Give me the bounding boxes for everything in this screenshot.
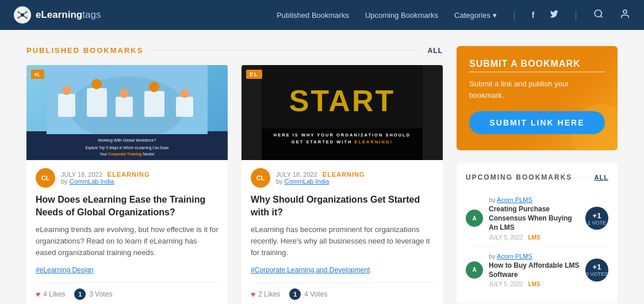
card-1-body: CL JULY 18, 2022 ELEARNING by CommLab In… xyxy=(26,160,228,304)
published-section-header: PUBLISHED BOOKMARKS ALL xyxy=(26,46,443,55)
logo-icon xyxy=(14,6,31,24)
heart-icon-2: ♥ xyxy=(251,290,255,299)
vote-plus-1: +1 xyxy=(593,211,601,220)
svg-point-23 xyxy=(180,89,189,98)
published-all-link[interactable]: ALL xyxy=(428,47,443,55)
card-2-likes-count: 2 Likes xyxy=(258,290,280,298)
upcoming-bookmarks-box: UPCOMING BOOKMARKS ALL A by Acorn PLMS C… xyxy=(457,163,618,303)
card-2-meta-info: JULY 18, 2022 ELEARNING by CommLab India xyxy=(276,171,365,185)
nav-upcoming-bookmarks[interactable]: Upcoming Bookmarks xyxy=(365,11,438,20)
left-panel: PUBLISHED BOOKMARKS ALL xyxy=(26,46,443,304)
card-1: Working With Global Workforce? Explore T… xyxy=(26,65,228,304)
card-2-author[interactable]: CommLab India xyxy=(285,178,329,185)
svg-rect-14 xyxy=(58,94,75,117)
upcoming-all-link[interactable]: ALL xyxy=(595,174,608,181)
card-2-title: Why Should Organizations Get Started wit… xyxy=(251,193,434,218)
card-1-meta: CL JULY 18, 2022 ELEARNING by CommLab In… xyxy=(36,168,218,188)
upcoming-item-title-2: How to Buy Affordable LMS Software xyxy=(489,261,580,279)
upcoming-meta-2: JULY 5, 2022 LMS xyxy=(489,281,580,287)
upcoming-vote-2[interactable]: +1 0 VOTES xyxy=(585,259,608,282)
card-1-date: JULY 18, 2022 xyxy=(61,171,102,178)
section-divider xyxy=(152,50,418,51)
svg-text:Here is Why Your Organization : Here is Why Your Organization Should xyxy=(274,132,411,138)
card-2-body: CL JULY 18, 2022 ELEARNING by CommLab In… xyxy=(241,160,443,304)
upcoming-divider xyxy=(579,177,588,178)
upcoming-item-2: A by Acorn PLMS How to Buy Affordable LM… xyxy=(466,247,608,293)
right-panel: SUBMIT A BOOKMARK Submit a link and publ… xyxy=(457,46,618,304)
submit-divider xyxy=(469,71,605,73)
upcoming-author-2: by Acorn PLMS xyxy=(489,253,580,260)
card-1-vote-badge[interactable]: 1 xyxy=(74,288,86,300)
card-2-avatar: CL xyxy=(251,168,270,188)
upcoming-date-1: JULY 5, 2022 xyxy=(489,234,523,241)
card-1-desc: eLearning trends are evolving, but how e… xyxy=(36,224,218,259)
card-1-footer: ♥ 4 Likes 1 3 Votes xyxy=(36,282,218,300)
card-2-image[interactable]: START Here is Why Your Organization Shou… xyxy=(241,65,443,160)
upcoming-title: UPCOMING BOOKMARKS xyxy=(466,173,572,181)
card-1-badge: eL xyxy=(31,70,44,79)
logo-svg xyxy=(17,9,28,21)
svg-point-9 xyxy=(595,10,601,17)
card-1-title: How Does eLearning Ease the Training Nee… xyxy=(36,193,218,218)
upcoming-date-2: JULY 5, 2022 xyxy=(489,281,523,287)
submit-bookmark-box: SUBMIT A BOOKMARK Submit a link and publ… xyxy=(457,46,618,150)
upcoming-item-1: A by Acorn PLMS Creating Purchase Consen… xyxy=(466,191,608,247)
svg-rect-22 xyxy=(176,97,193,117)
twitter-icon[interactable] xyxy=(550,10,558,20)
card-1-image[interactable]: Working With Global Workforce? Explore T… xyxy=(26,65,228,160)
nav-published-bookmarks[interactable]: Published Bookmarks xyxy=(277,11,349,20)
vote-plus-2: +1 xyxy=(593,263,601,271)
upcoming-meta-1: JULY 5, 2022 LMS xyxy=(489,234,580,241)
svg-text:Working With Global Workforce?: Working With Global Workforce? xyxy=(98,138,156,143)
card-2-category: ELEARNING xyxy=(323,171,365,178)
card-2: START Here is Why Your Organization Shou… xyxy=(241,65,443,304)
svg-text:Your Corporate Training Needs!: Your Corporate Training Needs! xyxy=(99,152,155,157)
card-1-likes[interactable]: ♥ 4 Likes xyxy=(36,290,65,299)
upcoming-vote-1[interactable]: +1 1 VOTE xyxy=(585,207,608,230)
search-icon xyxy=(593,9,604,19)
upcoming-author-link-2[interactable]: Acorn PLMS xyxy=(497,253,532,260)
upcoming-author-link-1[interactable]: Acorn PLMS xyxy=(497,196,532,203)
submit-title: SUBMIT A BOOKMARK xyxy=(469,59,605,69)
upcoming-info-2: by Acorn PLMS How to Buy Affordable LMS … xyxy=(489,253,580,287)
user-button[interactable] xyxy=(620,9,630,22)
vote-count-1: 1 VOTE xyxy=(588,220,606,226)
card-1-tag[interactable]: #eLearning Design xyxy=(36,266,218,274)
user-icon xyxy=(620,9,630,19)
svg-rect-18 xyxy=(116,97,133,117)
nav-links: Published Bookmarks Upcoming Bookmarks C… xyxy=(277,9,630,22)
submit-desc: Submit a link and publish your bookmark. xyxy=(469,78,605,101)
svg-text:START: START xyxy=(289,84,395,117)
upcoming-info-1: by Acorn PLMS Creating Purchase Consensu… xyxy=(489,196,580,241)
svg-point-15 xyxy=(62,86,71,95)
search-button[interactable] xyxy=(593,9,604,22)
published-title: PUBLISHED BOOKMARKS xyxy=(26,46,143,55)
nav-categories[interactable]: Categories ▾ xyxy=(454,11,497,20)
navbar: eLearningtags Published Bookmarks Upcomi… xyxy=(0,0,644,30)
card-2-vote-badge[interactable]: 1 xyxy=(289,288,301,300)
card-1-author[interactable]: CommLab India xyxy=(70,178,114,185)
svg-text:Explore Top 5 Ways in Which  e: Explore Top 5 Ways in Which eLearning Ca… xyxy=(85,146,169,150)
svg-point-19 xyxy=(120,89,129,98)
svg-rect-16 xyxy=(87,88,107,117)
svg-rect-20 xyxy=(144,91,164,117)
upcoming-avatar-2: A xyxy=(466,261,483,279)
card-2-likes[interactable]: ♥ 2 Likes xyxy=(251,290,280,299)
card-2-desc: eLearning has become prominent for organ… xyxy=(251,224,434,259)
card-2-badge: eL xyxy=(246,70,262,79)
nav-logo[interactable]: eLearningtags xyxy=(14,6,101,24)
vote-count-2: 0 VOTES xyxy=(586,271,608,277)
card-2-footer: ♥ 2 Likes 1 4 Votes xyxy=(251,282,434,300)
twitter-svg xyxy=(550,10,558,18)
svg-point-17 xyxy=(91,79,102,89)
card-1-illustration: Working With Global Workforce? Explore T… xyxy=(26,65,228,160)
upcoming-author-1: by Acorn PLMS xyxy=(489,196,580,203)
facebook-icon[interactable]: f xyxy=(532,10,535,20)
card-2-votes: 1 4 Votes xyxy=(289,288,327,300)
chevron-down-icon: ▾ xyxy=(493,11,497,20)
card-2-tag[interactable]: #Corporate Learning and Development xyxy=(251,266,434,274)
submit-link-button[interactable]: SUBMIT LINK HERE xyxy=(469,111,605,134)
brand-name: eLearningtags xyxy=(36,9,101,21)
svg-point-11 xyxy=(623,10,627,13)
card-1-avatar: CL xyxy=(36,168,55,188)
